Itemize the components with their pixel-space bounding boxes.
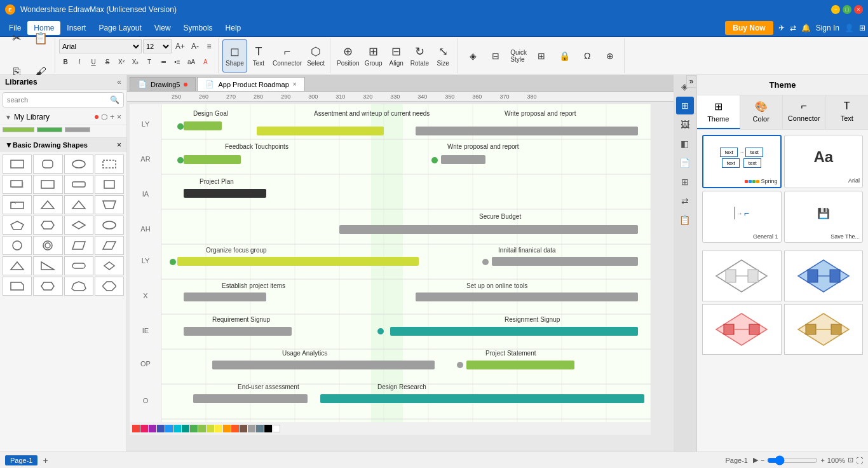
- group-button[interactable]: ⊞ Group: [362, 39, 385, 72]
- export-icon[interactable]: ⬡: [101, 113, 107, 121]
- close-library-icon[interactable]: ×: [117, 113, 121, 121]
- shape-stadium[interactable]: [64, 256, 93, 275]
- user-icon[interactable]: 👤: [844, 24, 854, 32]
- color-swatch-grey[interactable]: [248, 425, 255, 432]
- shape-rounded2[interactable]: [64, 175, 93, 194]
- shape-preview-3[interactable]: [65, 127, 90, 132]
- shape-heptagon[interactable]: [64, 277, 93, 296]
- font-color-button[interactable]: A: [199, 55, 212, 68]
- size-button[interactable]: ⤡ Size: [431, 39, 454, 72]
- color-swatch-lightgreen[interactable]: [198, 425, 206, 432]
- color-swatch-yellow[interactable]: [215, 425, 222, 432]
- fit-page-button[interactable]: ⊡: [848, 456, 853, 464]
- shape-rect3[interactable]: [95, 155, 124, 174]
- menu-symbols[interactable]: Symbols: [177, 21, 219, 35]
- right-tab-color[interactable]: 🎨 Color: [740, 95, 783, 129]
- close-button[interactable]: ×: [854, 5, 863, 14]
- shape-diamond[interactable]: [64, 216, 93, 235]
- shape-trapezoid[interactable]: [95, 195, 124, 214]
- superscript-button[interactable]: X²: [115, 55, 128, 68]
- sidebar-image-icon[interactable]: 🖼: [676, 116, 694, 134]
- bullet-button[interactable]: •≡: [171, 55, 184, 68]
- connector-card-1[interactable]: [702, 251, 782, 301]
- connector-card-2[interactable]: [784, 251, 864, 301]
- zoom-out-button[interactable]: −: [761, 457, 764, 464]
- menu-help[interactable]: Help: [219, 21, 248, 35]
- shape-triangle3[interactable]: [3, 256, 32, 275]
- color-swatch-deeporange[interactable]: [231, 425, 239, 432]
- menu-view[interactable]: View: [148, 21, 177, 35]
- sidebar-page-icon[interactable]: 📄: [676, 154, 694, 172]
- page-1-tab[interactable]: Page-1: [5, 455, 37, 465]
- collapse-libraries-button[interactable]: «: [117, 78, 121, 86]
- shape-kite[interactable]: [95, 256, 124, 275]
- shape-pentagon[interactable]: [3, 216, 32, 235]
- text-button[interactable]: T Text: [247, 39, 270, 72]
- shape-right-triangle[interactable]: [33, 256, 62, 275]
- decrease-font-button[interactable]: A-: [189, 40, 201, 53]
- quick-style-button[interactable]: QuickStyle: [507, 39, 530, 72]
- case-button[interactable]: aA: [185, 55, 198, 68]
- shape-preview-2[interactable]: [37, 127, 62, 132]
- color-swatch-lime[interactable]: [207, 425, 214, 432]
- theme-arial-card[interactable]: Aa Arial: [784, 135, 864, 188]
- expand-right-panel-button[interactable]: »: [686, 75, 696, 88]
- shape-rect2[interactable]: [33, 155, 62, 174]
- select-button[interactable]: ⬡ Select: [304, 39, 327, 72]
- shape-parallelogram[interactable]: [64, 236, 93, 255]
- sidebar-theme-icon[interactable]: ⊞: [676, 97, 694, 114]
- shape-note[interactable]: [3, 277, 32, 296]
- shape-rect1[interactable]: [3, 155, 32, 174]
- fill-button[interactable]: ◈: [461, 39, 484, 72]
- canvas-scroll[interactable]: LY AR IA AH LY X IE OP O Design Goal Ass…: [127, 102, 674, 451]
- send-icon[interactable]: ✈: [778, 24, 785, 32]
- shape-oval[interactable]: [95, 216, 124, 235]
- subscript-button[interactable]: X₂: [129, 55, 142, 68]
- tab-drawing5[interactable]: 📄 Drawing5: [130, 77, 196, 91]
- color-swatch-black[interactable]: [264, 425, 272, 432]
- shape-double-circle[interactable]: [33, 236, 62, 255]
- paste-button[interactable]: 📋: [29, 22, 52, 55]
- theme-btn2[interactable]: ⊞: [530, 39, 553, 72]
- zoom-slider[interactable]: [767, 455, 818, 465]
- tab-close-button[interactable]: ×: [293, 81, 297, 88]
- close-basic-icon[interactable]: ×: [117, 141, 121, 149]
- font-family-select[interactable]: Arial: [59, 39, 142, 53]
- color-swatch-white[interactable]: [273, 425, 280, 432]
- align-button[interactable]: ≡: [203, 40, 215, 53]
- menu-page-layout[interactable]: Page Layout: [92, 21, 147, 35]
- connector-card-3[interactable]: [702, 304, 782, 355]
- sidebar-layer-icon[interactable]: ◧: [676, 135, 694, 153]
- auto-layout-button[interactable]: ⊕: [599, 39, 621, 72]
- fullscreen-button[interactable]: ⛶: [856, 457, 863, 464]
- color-swatch-purple[interactable]: [149, 425, 156, 432]
- underline-button[interactable]: U: [87, 55, 100, 68]
- sidebar-transform-icon[interactable]: ⇄: [676, 192, 694, 210]
- list-button[interactable]: ≔: [157, 55, 170, 68]
- menu-insert[interactable]: Insert: [60, 21, 92, 35]
- color-swatch-blue[interactable]: [165, 425, 173, 432]
- maximize-button[interactable]: □: [843, 5, 851, 14]
- shape-preview-1[interactable]: [3, 127, 34, 132]
- expand-my-library-icon[interactable]: ▼: [5, 114, 11, 121]
- theme-spring-card[interactable]: text → text text text: [702, 135, 782, 188]
- connector-card-4[interactable]: [784, 304, 864, 355]
- add-library-icon[interactable]: +: [110, 113, 114, 121]
- signin-label[interactable]: Sign In: [816, 24, 839, 32]
- right-tab-theme[interactable]: ⊞ Theme: [697, 95, 740, 129]
- align-shape-button[interactable]: ⊟ Align: [385, 39, 408, 72]
- connector-button[interactable]: ⌐ Connector: [270, 39, 304, 72]
- color-swatch-teal[interactable]: [182, 425, 189, 432]
- text-format-button[interactable]: Ω: [576, 39, 599, 72]
- add-page-button[interactable]: +: [43, 455, 48, 465]
- color-swatch-red[interactable]: [132, 425, 140, 432]
- shape-shadow-rect[interactable]: [3, 175, 32, 194]
- cut-button[interactable]: ✂: [5, 22, 28, 55]
- font-size-select[interactable]: 12: [143, 39, 172, 53]
- share-icon[interactable]: ⇄: [790, 24, 796, 32]
- shape-circle1[interactable]: [64, 155, 93, 174]
- sidebar-clipboard2-icon[interactable]: 📋: [676, 211, 694, 229]
- color-swatch-orange[interactable]: [223, 425, 231, 432]
- shape-triangle1[interactable]: [33, 195, 62, 214]
- color-swatch-cyan[interactable]: [173, 425, 181, 432]
